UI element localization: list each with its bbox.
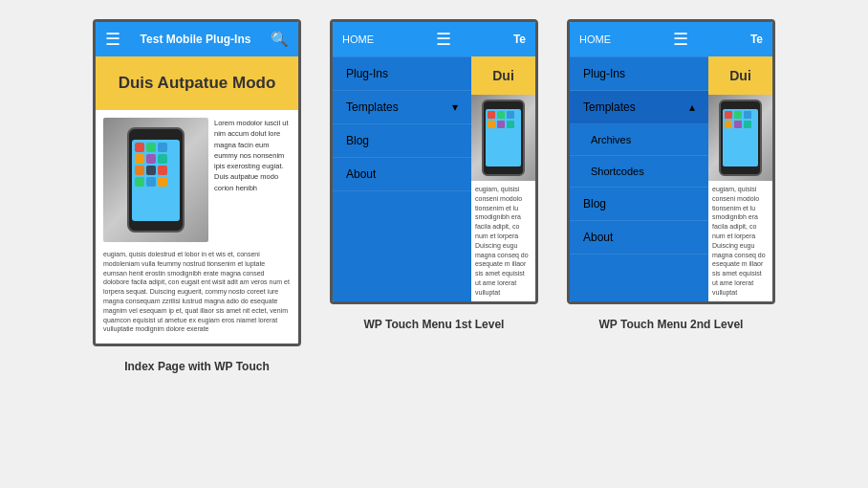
phone1-caption: Index Page with WP Touch (124, 360, 270, 373)
main-container: ☰ Test Mobile Plug-Ins 🔍 Duis Autpatue M… (19, 19, 849, 373)
phone1-title: Test Mobile Plug-Ins (141, 33, 251, 46)
phone3-text: eugiam, quisisi conseni modolo tionsenim… (708, 181, 772, 301)
menu-item-about[interactable]: About (333, 158, 471, 191)
menu-item-blog[interactable]: Blog (333, 124, 471, 158)
phone2-caption: WP Touch Menu 1st Level (364, 318, 505, 331)
menu-item-blog-3[interactable]: Blog (570, 188, 708, 221)
phone-frame-2: HOME ☰ Te Plug-Ins Templates▾ Blog (330, 19, 538, 304)
menu-item-templates[interactable]: Templates▾ (333, 91, 471, 124)
phone3-content: Plug-Ins Templates▴ Archives Shortcodes … (570, 56, 772, 301)
phone2-hero: Dui (471, 56, 535, 95)
hamburger-icon-3[interactable]: ☰ (673, 29, 688, 50)
phone-frame-3: HOME ☰ Te Plug-Ins Templates▴ Archives (567, 19, 775, 304)
menu-item-archives[interactable]: Archives (570, 124, 708, 156)
phone-section-1: ☰ Test Mobile Plug-Ins 🔍 Duis Autpatue M… (93, 19, 301, 373)
menu-item-about-3[interactable]: About (570, 221, 708, 255)
phone2-text: eugiam, quisisi conseni modolo tionsenim… (471, 181, 535, 301)
phone3-title: Te (750, 33, 763, 46)
phone3-image (708, 95, 772, 181)
phone1-image (103, 118, 208, 242)
hamburger-icon-2[interactable]: ☰ (436, 29, 451, 50)
phone3-hero: Dui (708, 56, 772, 95)
phone2-menu: Plug-Ins Templates▾ Blog About (333, 56, 471, 301)
phone-frame-1: ☰ Test Mobile Plug-Ins 🔍 Duis Autpatue M… (93, 19, 301, 346)
menu-item-plug-ins-3[interactable]: Plug-Ins (570, 56, 708, 91)
home-label-2: HOME (342, 33, 374, 45)
phone1-text1: Lorem modolor iuscil ut nim accum dolut … (214, 118, 291, 242)
phone1-body: eugiam, quisis dolestrud et lobor in et … (96, 250, 298, 344)
phone1-content: Lorem modolor iuscil ut nim accum dolut … (96, 110, 298, 250)
menu-item-plug-ins[interactable]: Plug-Ins (333, 56, 471, 91)
home-label-3: HOME (579, 33, 611, 45)
phone1-hero: Duis Autpatue Modo (96, 56, 298, 110)
search-icon-1[interactable]: 🔍 (271, 31, 289, 48)
phone3-body: Dui eugiam (708, 56, 772, 301)
phone2-title: Te (513, 33, 526, 46)
phone2-content: Plug-Ins Templates▾ Blog About Dui (333, 56, 535, 301)
hamburger-icon-1[interactable]: ☰ (105, 29, 120, 50)
phone2-image (471, 95, 535, 181)
phone-section-3: HOME ☰ Te Plug-Ins Templates▴ Archives (567, 19, 775, 331)
phone2-topbar: HOME ☰ Te (333, 22, 535, 56)
phone1-topbar: ☰ Test Mobile Plug-Ins 🔍 (96, 22, 298, 56)
phone-section-2: HOME ☰ Te Plug-Ins Templates▾ Blog (330, 19, 538, 331)
phone3-topbar: HOME ☰ Te (570, 22, 772, 56)
phone3-caption: WP Touch Menu 2nd Level (599, 318, 744, 331)
phone2-body: Dui eugiam (471, 56, 535, 301)
menu-item-templates-3[interactable]: Templates▴ (570, 91, 708, 124)
phone3-menu: Plug-Ins Templates▴ Archives Shortcodes … (570, 56, 708, 301)
menu-item-shortcodes[interactable]: Shortcodes (570, 156, 708, 188)
